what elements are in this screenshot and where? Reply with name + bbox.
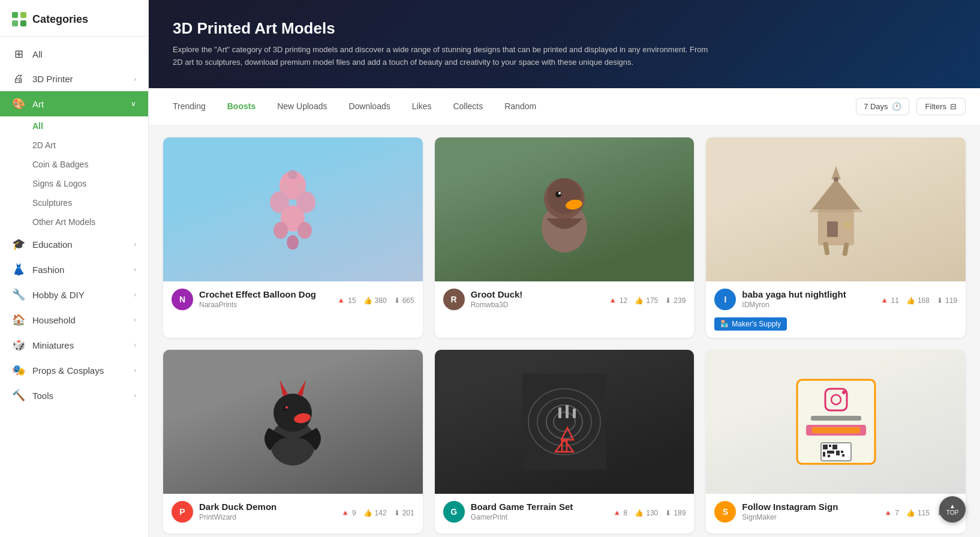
card6-author: SignMaker xyxy=(742,513,877,521)
card4-image xyxy=(163,350,423,494)
scroll-to-top-button[interactable]: ▲ TOP xyxy=(939,496,966,523)
sidebar-item-all[interactable]: ⊞ All xyxy=(0,41,148,67)
sidebar-item-3dprinter-label: 3D Printer xyxy=(32,74,73,84)
svg-point-5 xyxy=(297,222,312,239)
sidebar-item-3dprinter[interactable]: 🖨 3D Printer › xyxy=(0,67,148,91)
sidebar-item-hobby-diy[interactable]: 🔧 Hobby & DIY › xyxy=(0,282,148,307)
filters-button[interactable]: Filters ⊟ xyxy=(916,98,966,115)
card-instagram-sign[interactable]: S Follow Instagram Sign SignMaker 🔺7 👍11… xyxy=(706,350,966,533)
card2-author: Romwba3D xyxy=(471,301,602,309)
sidebar-subitem-all-art[interactable]: All xyxy=(0,116,148,136)
hobby-chevron-icon: › xyxy=(134,290,136,299)
card5-author: GamerPrint xyxy=(471,513,606,521)
card-baba-yaga-hut[interactable]: I baba yaga hut nightlight IDMyron 🔺11 👍… xyxy=(706,137,966,338)
svg-point-26 xyxy=(273,394,312,432)
logo-icon xyxy=(12,12,26,26)
sidebar-item-fashion[interactable]: 👗 Fashion › xyxy=(0,257,148,282)
sidebar-subitem-sculptures-label: Sculptures xyxy=(32,198,72,208)
banner-title: 3D Printed Art Models xyxy=(173,19,956,38)
fashion-chevron-icon: › xyxy=(134,265,136,274)
main-content: 3D Printed Art Models Explore the "Art" … xyxy=(149,0,980,537)
tab-boosts[interactable]: Boosts xyxy=(218,98,265,115)
sidebar-subitem-2d-art-label: 2D Art xyxy=(32,140,56,150)
tab-trending[interactable]: Trending xyxy=(163,98,215,115)
card-groot-duck[interactable]: R Groot Duck! Romwba3D 🔺12 👍175 ⬇239 xyxy=(435,137,695,338)
sidebar-subitem-signs-logos[interactable]: Signs & Logos xyxy=(0,174,148,193)
tab-collects[interactable]: Collects xyxy=(443,98,492,115)
svg-rect-55 xyxy=(823,452,825,457)
svg-point-14 xyxy=(555,191,561,197)
clock-icon: 🕐 xyxy=(892,102,901,111)
education-chevron-icon: › xyxy=(134,240,136,248)
svg-rect-52 xyxy=(823,445,828,449)
card4-info: P Dark Duck Demon PrintWizard 🔺9 👍142 ⬇2… xyxy=(163,494,423,533)
tab-new-uploads[interactable]: New Uploads xyxy=(267,98,336,115)
banner-description: Explore the "Art" category of 3D printin… xyxy=(173,44,713,69)
card5-avatar: G xyxy=(443,501,465,523)
card1-author: NaraaPrints xyxy=(199,301,330,309)
card2-stats: 🔺12 👍175 ⬇239 xyxy=(608,296,686,305)
card-board-game[interactable]: G Board Game Terrain Set GamerPrint 🔺8 👍… xyxy=(435,350,695,533)
sidebar-item-miniatures[interactable]: 🎲 Miniatures › xyxy=(0,332,148,358)
card4-author: PrintWizard xyxy=(199,513,335,521)
sidebar-subitem-coin-badges[interactable]: Coin & Badges xyxy=(0,155,148,174)
svg-rect-50 xyxy=(812,427,860,433)
tab-random[interactable]: Random xyxy=(495,98,546,115)
sidebar-nav: ⊞ All 🖨 3D Printer › 🎨 Art ∨ All 2D Art … xyxy=(0,37,148,413)
card5-info: G Board Game Terrain Set GamerPrint 🔺8 👍… xyxy=(435,494,695,533)
svg-marker-31 xyxy=(297,380,306,397)
sidebar-subitem-2d-art[interactable]: 2D Art xyxy=(0,136,148,155)
svg-point-8 xyxy=(282,184,288,190)
svg-point-4 xyxy=(273,222,288,239)
svg-rect-32 xyxy=(522,374,606,470)
makers-supply-badge[interactable]: 🏪 Maker's Supply xyxy=(714,317,787,331)
card1-title: Crochet Effect Balloon Dog xyxy=(199,289,330,299)
svg-point-28 xyxy=(282,406,288,412)
svg-rect-53 xyxy=(829,445,831,447)
chevron-icon: › xyxy=(134,75,136,83)
sidebar-item-tools[interactable]: 🔨 Tools › xyxy=(0,383,148,408)
art-icon: 🎨 xyxy=(12,97,25,110)
household-icon: 🏠 xyxy=(12,313,25,326)
svg-rect-20 xyxy=(843,221,852,229)
svg-rect-54 xyxy=(832,445,837,449)
card3-avatar: I xyxy=(714,289,736,310)
sidebar-item-props-label: Props & Cosplays xyxy=(32,365,104,376)
sidebar-item-props-cosplays[interactable]: 🎭 Props & Cosplays › xyxy=(0,358,148,383)
sidebar-subitem-sculptures[interactable]: Sculptures xyxy=(0,193,148,212)
sidebar-subitem-coin-badges-label: Coin & Badges xyxy=(32,160,88,169)
props-chevron-icon: › xyxy=(134,366,136,374)
card1-info: N Crochet Effect Balloon Dog NaraaPrints… xyxy=(163,281,423,321)
sidebar-subitem-signs-logos-label: Signs & Logos xyxy=(32,179,86,188)
tab-downloads[interactable]: Downloads xyxy=(339,98,399,115)
all-icon: ⊞ xyxy=(12,47,25,61)
card2-image xyxy=(435,137,695,281)
tools-icon: 🔨 xyxy=(12,389,25,402)
svg-point-47 xyxy=(842,391,846,394)
card3-author: IDMyron xyxy=(742,301,873,309)
card3-title: baba yaga hut nightlight xyxy=(742,289,873,299)
sidebar-item-art[interactable]: 🎨 Art ∨ xyxy=(0,91,148,116)
period-selector[interactable]: 7 Days 🕐 xyxy=(856,98,909,115)
card-crochet-balloon-dog[interactable]: N Crochet Effect Balloon Dog NaraaPrints… xyxy=(163,137,423,338)
badge-label: Maker's Supply xyxy=(732,320,781,328)
miniatures-chevron-icon: › xyxy=(134,341,136,349)
period-label: 7 Days xyxy=(864,102,888,111)
banner: 3D Printed Art Models Explore the "Art" … xyxy=(149,0,980,88)
card1-avatar: N xyxy=(172,289,193,310)
tab-likes[interactable]: Likes xyxy=(402,98,441,115)
card3-stats: 🔺11 👍168 ⬇119 xyxy=(880,296,957,305)
card2-info: R Groot Duck! Romwba3D 🔺12 👍175 ⬇239 xyxy=(435,281,695,321)
card5-image xyxy=(435,350,695,494)
card6-avatar: S xyxy=(714,501,736,523)
sidebar-item-household[interactable]: 🏠 Household › xyxy=(0,307,148,332)
sidebar-subitem-all-art-label: All xyxy=(32,121,43,131)
card-dark-duck[interactable]: P Dark Duck Demon PrintWizard 🔺9 👍142 ⬇2… xyxy=(163,350,423,533)
sidebar-subitem-other-art[interactable]: Other Art Models xyxy=(0,212,148,232)
sidebar-item-education[interactable]: 🎓 Education › xyxy=(0,232,148,257)
tools-chevron-icon: › xyxy=(134,391,136,400)
scroll-up-arrow-icon: ▲ xyxy=(949,503,955,509)
svg-rect-59 xyxy=(842,454,844,457)
art-chevron-icon: ∨ xyxy=(131,100,136,108)
svg-rect-39 xyxy=(573,409,576,418)
